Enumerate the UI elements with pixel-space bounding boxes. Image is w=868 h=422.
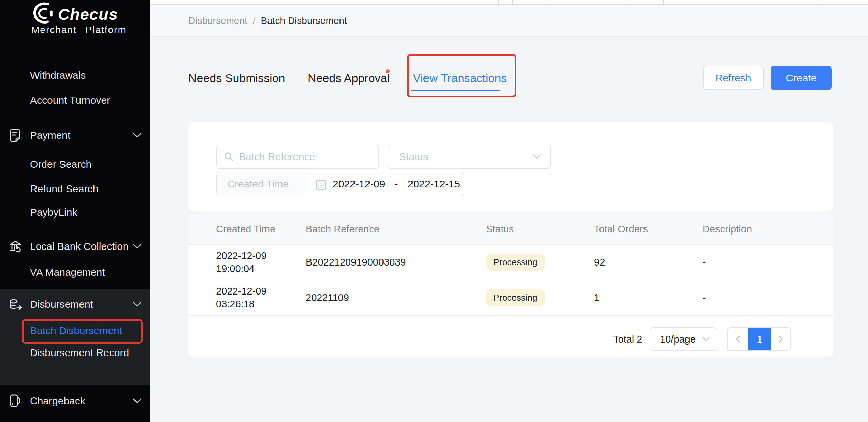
column-header-batch-reference: Batch Reference: [306, 214, 379, 244]
payment-icon: [9, 129, 21, 142]
top-window-strip: [150, 0, 868, 5]
tab-needs-approval[interactable]: Needs Approval: [308, 70, 390, 86]
top-strip-divider: [498, 0, 499, 4]
status-placeholder: Status: [399, 151, 428, 163]
sidebar-item-label: Order Search: [30, 159, 91, 170]
page-size-select[interactable]: 10/page: [650, 327, 717, 351]
sidebar-item-account-turnover[interactable]: Account Turnover: [0, 88, 150, 112]
date-range-separator: -: [394, 178, 398, 190]
created-time-range-picker[interactable]: Created Time 2022-12-09 - 2022-: [216, 172, 464, 196]
disbursement-icon: [9, 298, 23, 311]
sidebar-item-label: Withdrawals: [30, 70, 86, 81]
breadcrumb-separator: /: [253, 15, 256, 26]
page-size-value: 10/page: [660, 334, 696, 345]
top-strip-divider: [623, 0, 623, 4]
sidebar-item-label: PaybyLink: [30, 207, 77, 218]
cell-total-orders: 1: [594, 280, 599, 315]
table-row: 2022-12-09 19:00:04 B20221209190003039 P…: [188, 245, 833, 280]
cell-batch-reference: 20221109: [306, 280, 349, 315]
table-row: 2022-12-09 03:26:18 20221109 Processing …: [188, 280, 833, 316]
annotation-view-transactions: [407, 54, 516, 97]
breadcrumb: Disbursement / Batch Disbursement: [188, 15, 347, 26]
filter-card: Batch Reference Status Created Time: [188, 122, 833, 211]
table-card: Created Time Batch Reference Status Tota…: [188, 214, 833, 357]
sidebar-item-label: Disbursement: [30, 299, 93, 310]
annotation-batch-disbursement: [22, 319, 143, 344]
sidebar-item-paybylink[interactable]: PaybyLink: [0, 200, 150, 225]
brand-subtitle: Merchant Platform: [31, 25, 127, 35]
cell-status: Processing: [486, 245, 545, 280]
current-page-button[interactable]: 1: [748, 328, 771, 350]
top-strip-divider: [821, 0, 821, 4]
created-date: 2022-12-09: [216, 285, 266, 298]
refresh-button[interactable]: Refresh: [703, 66, 764, 90]
sidebar-item-label: Local Bank Collection: [30, 241, 129, 252]
status-select[interactable]: Status: [388, 145, 551, 169]
created-time-label-segment: Created Time: [217, 172, 307, 196]
created-clock: 03:26:18: [216, 298, 266, 311]
sidebar-item-va-management[interactable]: VA Management: [0, 260, 150, 285]
cell-total-orders: 92: [594, 245, 605, 280]
chargeback-icon: [9, 394, 21, 408]
column-header-description: Description: [703, 214, 752, 244]
sidebar-item-order-search[interactable]: Order Search: [0, 152, 150, 177]
bank-icon: [9, 240, 22, 253]
date-range-segment[interactable]: 2022-12-09 - 2022-12-15: [307, 172, 464, 196]
batch-reference-placeholder: Batch Reference: [239, 151, 315, 163]
chevron-down-icon: [133, 398, 141, 403]
column-header-status: Status: [486, 214, 514, 244]
chevron-down-icon: [133, 133, 141, 138]
sidebar-item-refund-search[interactable]: Refund Search: [0, 177, 150, 201]
status-badge: Processing: [486, 289, 545, 306]
sidebar-item-label: Account Turnover: [30, 94, 110, 106]
sidebar-item-withdrawals[interactable]: Withdrawals: [0, 63, 150, 88]
table-header: Created Time Batch Reference Status Tota…: [188, 214, 833, 245]
chevron-down-icon: [133, 302, 141, 307]
cell-created-time: 2022-12-09 19:00:04: [216, 245, 266, 280]
chevron-down-icon: [133, 244, 141, 249]
created-time-label: Created Time: [227, 178, 289, 190]
cell-status: Processing: [486, 280, 545, 315]
sidebar-group-local-bank-collection[interactable]: Local Bank Collection: [0, 234, 150, 259]
cell-description: -: [703, 280, 706, 315]
sidebar-item-label: Disbursement Record: [30, 347, 129, 359]
cell-description: -: [703, 245, 706, 280]
calendar-icon: [316, 178, 327, 190]
top-strip-divider: [663, 0, 664, 4]
next-page-button[interactable]: [771, 328, 790, 350]
pager: 1: [727, 327, 791, 351]
tab-needs-submission[interactable]: Needs Submission: [188, 70, 285, 86]
pagination-total: Total 2: [613, 327, 642, 351]
prev-page-button[interactable]: [728, 328, 748, 350]
sidebar-item-label: Payment: [30, 130, 70, 141]
cell-created-time: 2022-12-09 03:26:18: [216, 280, 266, 315]
sidebar-item-label: Chargeback: [30, 395, 85, 407]
date-range-start: 2022-12-09: [333, 178, 385, 190]
breadcrumb-current: Batch Disbursement: [261, 15, 347, 26]
breadcrumb-bar: Disbursement / Batch Disbursement: [150, 5, 868, 37]
sidebar-item-label: VA Management: [30, 267, 105, 278]
needs-approval-badge-dot: [386, 69, 390, 73]
chevron-down-icon: [702, 337, 710, 342]
sidebar-group-payment[interactable]: Payment: [0, 123, 150, 148]
search-icon: [224, 152, 234, 162]
batch-reference-input[interactable]: Batch Reference: [216, 145, 379, 169]
sidebar-item-disbursement-record[interactable]: Disbursement Record: [0, 341, 150, 365]
column-header-total-orders: Total Orders: [594, 214, 648, 244]
tab-divider: [293, 72, 293, 85]
date-range-end: 2022-12-15: [407, 178, 460, 190]
top-strip-divider: [554, 0, 554, 4]
status-badge: Processing: [486, 254, 545, 271]
brand-name: Checus: [58, 5, 118, 24]
screen: Disbursement / Batch Disbursement Checus…: [0, 0, 868, 422]
create-button[interactable]: Create: [771, 66, 832, 90]
checus-logo-icon: [32, 1, 55, 25]
created-date: 2022-12-09: [216, 249, 266, 262]
sidebar-group-chargeback[interactable]: Chargeback: [0, 389, 150, 413]
sidebar-group-disbursement[interactable]: Disbursement: [0, 292, 150, 317]
top-strip-divider: [512, 0, 513, 4]
breadcrumb-parent[interactable]: Disbursement: [188, 15, 247, 26]
cell-batch-reference: B20221209190003039: [306, 245, 406, 280]
chevron-down-icon: [533, 154, 541, 160]
sidebar-item-label: Refund Search: [30, 183, 98, 195]
